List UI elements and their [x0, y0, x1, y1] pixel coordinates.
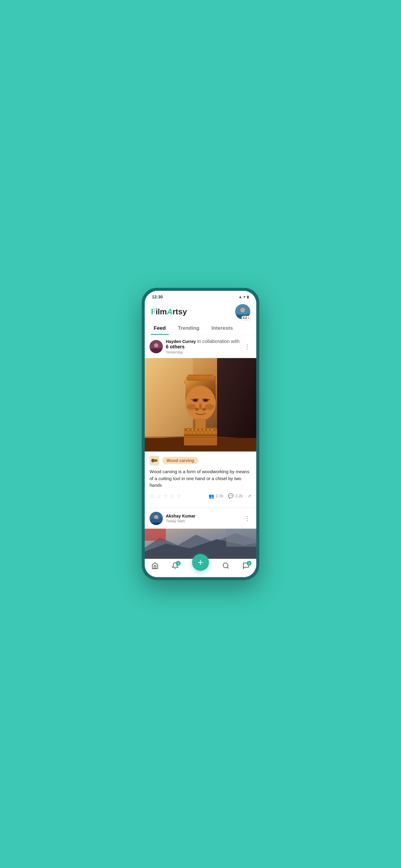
svg-point-38	[203, 429, 205, 431]
svg-point-37	[199, 429, 201, 431]
post2-author-info: Akshay Kumar Today 9am	[150, 512, 195, 525]
svg-rect-54	[153, 458, 154, 463]
post2-more-button[interactable]: ⋮	[243, 514, 251, 523]
profile-badge[interactable]: 4.2 ★	[235, 304, 250, 319]
tab-trending[interactable]: Trending	[175, 323, 203, 335]
app-header: F ilm A rtsy 4.2 ★	[145, 302, 256, 323]
nav-search[interactable]	[222, 562, 229, 571]
signal-icon: ▲	[239, 295, 242, 299]
post1-author-avatar	[150, 340, 163, 353]
svg-rect-14	[186, 377, 215, 379]
status-icons: ▲ ▾ ▮	[239, 295, 249, 299]
svg-rect-62	[145, 529, 166, 541]
comments-icon: 💬	[228, 493, 234, 499]
nav-tabs: Feed Trending Interests	[145, 323, 256, 335]
post1-image	[145, 358, 256, 452]
svg-point-44	[197, 432, 199, 433]
svg-rect-17	[188, 375, 213, 376]
post2-author-name: Akshay Kumar	[166, 514, 195, 518]
svg-point-29	[205, 404, 214, 410]
logo-bracket: F	[151, 307, 156, 316]
author-avatar-svg	[150, 340, 163, 353]
app-logo: F ilm A rtsy	[151, 307, 187, 316]
post2-author-avatar	[150, 512, 163, 525]
svg-point-39	[207, 429, 209, 431]
plus-icon: +	[198, 558, 204, 567]
svg-point-48	[213, 432, 215, 433]
search-icon	[222, 562, 229, 571]
svg-rect-25	[199, 404, 202, 409]
post1-author-text: Hayden Currey in collaboration with 6 ot…	[166, 339, 243, 354]
post1-author-info: Hayden Currey in collaboration with 6 ot…	[150, 339, 243, 354]
rating-badge: 4.2 ★	[242, 316, 251, 320]
phone-screen: 12:30 ▲ ▾ ▮ F ilm A rtsy	[145, 291, 256, 577]
notifications-badge: 1	[176, 561, 181, 566]
svg-point-46	[205, 432, 207, 433]
post1-image-svg	[145, 358, 256, 452]
battery-icon: ▮	[247, 295, 249, 299]
star-4[interactable]: ☆	[169, 493, 175, 500]
status-time: 12:30	[152, 294, 163, 299]
svg-point-35	[191, 429, 193, 431]
svg-rect-6	[151, 348, 162, 353]
svg-point-45	[202, 432, 203, 433]
svg-point-36	[195, 429, 197, 431]
tab-interests[interactable]: Interests	[208, 323, 236, 335]
svg-point-64	[223, 563, 228, 568]
logo-ilm: ilm	[156, 307, 167, 316]
phone-frame: 12:30 ▲ ▾ ▮ F ilm A rtsy	[142, 288, 259, 580]
post1-description: Wood carving is a form of woodworking by…	[150, 468, 251, 489]
svg-point-47	[209, 432, 211, 433]
messages-badge: 1	[247, 561, 251, 566]
svg-rect-53	[152, 459, 153, 462]
logo-rtsy: rtsy	[173, 307, 187, 316]
post1-header: Hayden Currey in collaboration with 6 ot…	[145, 335, 256, 358]
post2-time: Today 9am	[166, 519, 195, 523]
svg-point-28	[187, 404, 196, 410]
fab-add-button[interactable]: +	[192, 554, 209, 571]
collaborators-icon: 👥	[209, 493, 214, 499]
star-2[interactable]: ☆	[156, 493, 162, 500]
collaborators-count: 2.2k	[216, 494, 223, 498]
svg-point-5	[154, 343, 158, 347]
nav-home[interactable]	[151, 562, 159, 571]
post2-avatar-svg	[150, 512, 163, 525]
logo-a: A	[167, 307, 173, 316]
nav-notifications[interactable]: 1	[172, 562, 179, 571]
post1-content: Wood carving Wood carving is a form of w…	[145, 452, 256, 507]
share-icon[interactable]: ↗	[248, 493, 251, 499]
svg-point-41	[186, 432, 188, 433]
star-1[interactable]: ☆	[150, 493, 155, 500]
nav-messages[interactable]: 1	[242, 562, 250, 571]
post1-more-button[interactable]: ⋮	[243, 342, 251, 351]
svg-point-42	[190, 432, 191, 433]
svg-rect-50	[184, 437, 217, 438]
rating-star-icon: ★	[247, 316, 250, 319]
svg-point-34	[188, 429, 189, 431]
post2-header: Akshay Kumar Today 9am ⋮	[145, 508, 256, 529]
category-tag[interactable]: Wood carving	[162, 457, 198, 464]
bottom-nav: 1 +	[145, 559, 256, 577]
svg-rect-15	[187, 379, 214, 381]
wifi-icon: ▾	[244, 295, 245, 299]
share-stat[interactable]: ↗	[248, 493, 251, 499]
svg-point-43	[193, 432, 195, 433]
category-row: Wood carving	[150, 456, 251, 465]
svg-rect-63	[226, 529, 256, 547]
svg-rect-51	[184, 439, 217, 445]
category-icon	[150, 456, 159, 465]
star-5[interactable]: ☆	[176, 493, 182, 500]
home-icon	[151, 562, 159, 571]
star-3[interactable]: ☆	[163, 493, 168, 500]
rating-value: 4.2	[243, 316, 247, 319]
svg-point-1	[240, 308, 245, 313]
comments-stat: 💬 2.2k	[228, 493, 243, 499]
status-bar: 12:30 ▲ ▾ ▮	[145, 291, 256, 302]
svg-rect-49	[184, 434, 217, 436]
post1-time: Yesterday	[166, 350, 243, 354]
svg-line-65	[227, 567, 228, 568]
svg-point-18	[185, 386, 216, 421]
star-rating[interactable]: ☆ ☆ ☆ ☆ ☆ 👥 2.2k 💬 2.2k ↗	[150, 493, 251, 500]
tab-feed[interactable]: Feed	[151, 323, 169, 335]
post1-author-name-line: Hayden Currey in collaboration with 6 ot…	[166, 339, 243, 350]
